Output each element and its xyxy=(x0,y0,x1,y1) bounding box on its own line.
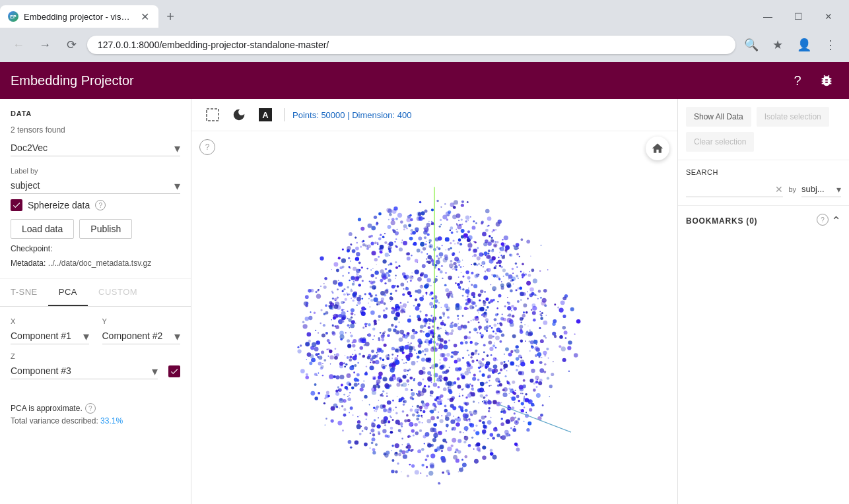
svg-point-851 xyxy=(341,290,344,292)
svg-point-647 xyxy=(440,219,442,221)
label-tool-button[interactable]: A xyxy=(255,104,276,125)
search-input[interactable] xyxy=(686,181,783,197)
svg-point-945 xyxy=(424,236,426,239)
svg-point-155 xyxy=(506,370,508,371)
browser-tab[interactable]: EP Embedding projector - visualizati ✕ xyxy=(0,5,158,28)
tensor-select[interactable]: Doc2Vec Tensor2 xyxy=(11,140,180,156)
pca-z-checkbox[interactable] xyxy=(168,365,180,377)
search-clear-icon[interactable]: ✕ xyxy=(775,184,783,195)
svg-point-1279 xyxy=(391,347,395,350)
svg-point-308 xyxy=(407,374,408,375)
svg-point-1727 xyxy=(438,431,442,435)
back-button[interactable]: ← xyxy=(8,34,29,55)
svg-point-732 xyxy=(450,247,452,250)
svg-point-1324 xyxy=(415,431,419,435)
sphereize-checkbox[interactable] xyxy=(11,199,22,211)
selection-tool-button[interactable] xyxy=(202,104,223,125)
svg-point-466 xyxy=(478,353,480,355)
svg-point-1938 xyxy=(403,455,407,459)
svg-point-1903 xyxy=(454,351,458,356)
svg-point-1527 xyxy=(540,339,544,343)
svg-point-678 xyxy=(345,363,347,365)
svg-point-331 xyxy=(377,243,378,245)
isolate-selection-button[interactable]: Isolate selection xyxy=(757,107,829,127)
help-icon-button[interactable]: ? xyxy=(786,69,809,92)
svg-point-1634 xyxy=(308,316,312,320)
minimize-button[interactable]: — xyxy=(753,6,783,27)
pca-y-select[interactable]: Component #2 Component #1 Component #3 xyxy=(102,328,181,344)
svg-point-712 xyxy=(487,306,489,309)
svg-point-1524 xyxy=(532,311,536,315)
by-select[interactable]: subj... xyxy=(801,181,841,197)
svg-point-50 xyxy=(454,243,456,245)
reload-button[interactable]: ⟳ xyxy=(61,34,82,55)
pca-x-select[interactable]: Component #1 Component #2 Component #3 xyxy=(11,328,89,344)
pca-z-select[interactable]: Component #3 Component #1 Component #2 xyxy=(11,363,158,379)
svg-point-379 xyxy=(475,222,477,224)
svg-point-279 xyxy=(347,311,348,312)
forward-button[interactable]: → xyxy=(34,34,55,55)
svg-point-1145 xyxy=(465,341,468,344)
svg-point-1171 xyxy=(405,450,409,453)
label-by-select[interactable]: subject xyxy=(11,177,180,194)
svg-point-258 xyxy=(384,233,386,234)
svg-point-621 xyxy=(395,261,397,263)
svg-point-1453 xyxy=(488,340,492,344)
svg-point-1132 xyxy=(417,356,420,359)
svg-point-769 xyxy=(384,331,386,334)
svg-point-1045 xyxy=(421,464,424,466)
bookmarks-collapse-icon[interactable]: ⌃ xyxy=(831,214,841,228)
svg-point-1772 xyxy=(355,440,359,445)
svg-point-1015 xyxy=(547,377,549,379)
svg-point-1062 xyxy=(464,455,467,458)
profile-icon[interactable]: 👤 xyxy=(794,34,815,55)
svg-point-1793 xyxy=(375,360,380,365)
home-button[interactable] xyxy=(646,137,669,160)
clear-selection-button[interactable]: Clear selection xyxy=(686,132,754,152)
svg-point-477 xyxy=(342,429,344,431)
viz-canvas[interactable]: ? xyxy=(191,131,677,504)
address-input[interactable] xyxy=(87,36,735,54)
svg-point-1589 xyxy=(360,387,364,391)
svg-point-876 xyxy=(323,359,326,362)
svg-point-1981 xyxy=(395,443,399,448)
svg-point-717 xyxy=(518,400,520,402)
svg-point-132 xyxy=(347,396,349,397)
bookmarks-help-icon[interactable]: ? xyxy=(817,214,829,226)
svg-point-1925 xyxy=(349,365,354,370)
bookmark-icon[interactable]: ★ xyxy=(767,34,788,55)
svg-point-756 xyxy=(477,379,480,381)
show-all-data-button[interactable]: Show All Data xyxy=(686,107,751,127)
tab-tsne[interactable]: T-SNE xyxy=(0,279,48,306)
tab-pca[interactable]: PCA xyxy=(48,279,88,306)
svg-point-442 xyxy=(422,295,424,297)
svg-point-84 xyxy=(436,380,437,381)
new-tab-button[interactable]: + xyxy=(161,7,180,26)
svg-point-1926 xyxy=(510,361,514,365)
svg-point-1523 xyxy=(372,355,376,359)
night-mode-button[interactable] xyxy=(228,104,250,125)
maximize-button[interactable]: ☐ xyxy=(783,6,813,27)
svg-point-78 xyxy=(390,255,391,257)
search-icon[interactable]: 🔍 xyxy=(741,34,762,55)
close-button[interactable]: ✕ xyxy=(813,6,844,27)
svg-point-1474 xyxy=(364,443,368,447)
svg-point-362 xyxy=(401,241,403,243)
svg-point-67 xyxy=(458,471,459,472)
svg-point-1136 xyxy=(349,358,352,362)
bug-icon-button[interactable] xyxy=(815,69,838,92)
canvas-help-icon[interactable]: ? xyxy=(199,139,215,155)
menu-icon[interactable]: ⋮ xyxy=(820,34,841,55)
svg-point-1883 xyxy=(446,307,450,311)
svg-point-1046 xyxy=(352,282,355,285)
point-cloud-svg[interactable]: // Generate random points for the embedd… xyxy=(191,131,677,504)
tab-close-icon[interactable]: ✕ xyxy=(139,9,151,24)
publish-button[interactable]: Publish xyxy=(79,219,132,239)
svg-point-185 xyxy=(431,381,432,383)
svg-point-1853 xyxy=(389,241,393,246)
load-data-button[interactable]: Load data xyxy=(11,219,74,239)
sphereize-help-icon[interactable]: ? xyxy=(95,200,106,210)
svg-point-1921 xyxy=(454,257,459,261)
svg-point-947 xyxy=(426,455,429,457)
pca-approximate-help-icon[interactable]: ? xyxy=(85,403,96,414)
